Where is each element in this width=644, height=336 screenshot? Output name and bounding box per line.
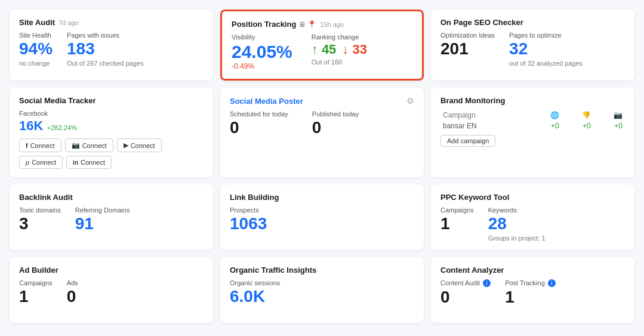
facebook-change: +282.24% [47,124,77,131]
position-tracking-icons: 🖥 📍 [298,20,316,29]
ad-campaigns-label: Campaigns [19,279,53,286]
backlink-audit-card: Backlink Audit Toxic domains 3 Referring… [10,184,213,250]
site-health-sub: no change [19,60,53,67]
brand-row: bansar EN +0 +0 +0 [440,121,625,131]
on-page-seo-card: On Page SEO Checker Optimization Ideas 2… [431,10,634,81]
organic-sessions-value: 6.0K [230,288,414,306]
scheduled-value: 0 [230,119,288,137]
pages-opt-value: 32 [509,40,583,58]
brand-monitoring-card: Brand Monitoring Campaign 🌐 👎 📷 bansar E… [431,88,634,177]
pages-issues-label: Pages with issues [67,32,143,39]
site-health-label: Site Health [19,32,53,39]
play-icon: ▶ [124,141,128,149]
bm-social-header: 📷 [593,110,625,121]
ppc-keywords-value: 28 [488,215,546,233]
social-media-tracker-card: Social Media Tracker Facebook 16K +282.2… [10,88,213,177]
post-tracking-value: 1 [505,288,556,307]
opt-ideas-value: 201 [440,40,495,58]
opt-ideas-block: Optimization Ideas 201 [440,32,495,67]
link-building-card: Link Building Prospects 1063 [220,184,424,250]
facebook-connect-button[interactable]: f Connect [19,138,61,152]
brand-name: bansar EN [440,121,530,131]
add-campaign-button[interactable]: Add campaign [440,135,495,147]
toxic-domains-block: Toxic domains 3 [19,206,61,233]
bm-globe-header: 🌐 [530,110,562,121]
ppc-campaigns-block: Campaigns 1 [440,206,474,242]
ad-builder-title: Ad Builder [19,266,58,275]
youtube-connect-button[interactable]: ▶ Connect [117,138,162,152]
ppc-keyword-title: PPC Keyword Tool [440,193,509,202]
published-value: 0 [312,119,359,137]
toxic-domains-label: Toxic domains [19,206,61,214]
referring-domains-label: Referring Domains [75,206,130,214]
ranking-outof: Out of 160 [312,58,367,66]
visibility-sub: -0.49% [232,62,292,70]
facebook-label: Facebook [19,110,204,117]
instagram-connect-button[interactable]: 📷 Connect [65,138,113,152]
brand-monitoring-table: Campaign 🌐 👎 📷 bansar EN +0 +0 +0 [440,110,625,131]
ranking-change-values: ↑ 45 ↓ 33 [312,42,367,57]
smp-values: Scheduled for today 0 Published today 0 [230,110,414,137]
pinterest-icon: p [26,159,29,166]
brand-web-val: +0 [530,121,562,131]
visibility-label: Visibility [232,33,292,41]
ranking-up: ↑ 45 [312,42,337,57]
linkedin-connect-button[interactable]: in Connect [66,156,112,169]
organic-traffic-card: Organic Traffic Insights Organic session… [220,257,424,323]
prospects-label: Prospects [230,206,414,214]
visibility-block: Visibility 24.05% -0.49% [232,33,292,70]
facebook-value: 16K [19,118,43,133]
content-audit-value: 0 [440,288,491,307]
social-media-poster-card: Social Media Poster ⚙ Scheduled for toda… [220,88,424,177]
ad-campaigns-value: 1 [19,288,53,306]
opt-ideas-label: Optimization Ideas [440,32,495,39]
brand-review-val: +0 [562,121,593,131]
referring-domains-value: 91 [75,215,130,233]
organic-traffic-title: Organic Traffic Insights [230,266,316,275]
site-audit-card: Site Audit 7d ago Site Health 94% no cha… [10,10,213,81]
ppc-campaigns-value: 1 [440,215,474,233]
bm-review-header: 👎 [562,110,593,121]
position-tracking-time: 15h ago [320,21,344,28]
ad-campaigns-block: Campaigns 1 [19,279,53,306]
facebook-icon: f [26,142,28,149]
ppc-campaigns-label: Campaigns [440,206,474,214]
position-tracking-title: Position Tracking [232,20,296,29]
backlink-audit-title: Backlink Audit [19,193,73,202]
social-media-poster-title[interactable]: Social Media Poster [230,97,303,106]
connect-buttons-group: f Connect 📷 Connect ▶ Connect p Connect … [19,138,204,169]
organic-sessions-label: Organic sessions [230,279,414,286]
link-building-title: Link Building [230,193,279,202]
scheduled-label: Scheduled for today [230,110,288,118]
monitor-icon: 🖥 [298,20,306,29]
post-tracking-block: Post Tracking i 1 [505,279,556,307]
site-audit-title: Site Audit [19,18,55,27]
published-label: Published today [312,110,359,118]
content-audit-block: Content Audit i 0 [440,279,491,307]
brand-social-val: +0 [593,121,625,131]
post-tracking-info-icon: i [548,279,556,287]
visibility-value: 24.05% [232,42,292,62]
site-health-value: 94% [19,40,53,58]
ranking-change-label: Ranking change [312,33,367,41]
pages-issues-block: Pages with issues 183 Out of 267 checked… [67,32,143,67]
social-media-tracker-title: Social Media Tracker [19,96,96,105]
toxic-domains-value: 3 [19,215,61,233]
bm-campaign-header: Campaign [440,110,530,121]
instagram-icon: 📷 [72,141,80,149]
ppc-keywords-block: Keywords 28 Groups in project: 1 [488,206,546,242]
ranking-down: ↓ 33 [342,42,367,57]
content-analyzer-title: Content Analyzer [440,266,504,275]
pinterest-connect-button[interactable]: p Connect [19,156,63,169]
ppc-keywords-label: Keywords [488,206,546,214]
ads-value: 0 [67,288,78,306]
pages-opt-block: Pages to optimize 32 out of 32 analyzed … [509,32,583,67]
gear-icon[interactable]: ⚙ [406,96,414,106]
ad-builder-card: Ad Builder Campaigns 1 Ads 0 [10,257,213,323]
position-tracking-card: Position Tracking 🖥 📍 15h ago Visibility… [220,10,424,81]
organic-sessions-block: Organic sessions 6.0K [230,279,414,306]
ads-block: Ads 0 [67,279,78,306]
prospects-value: 1063 [230,215,414,233]
pages-opt-label: Pages to optimize [509,32,583,39]
on-page-seo-title: On Page SEO Checker [440,18,523,27]
